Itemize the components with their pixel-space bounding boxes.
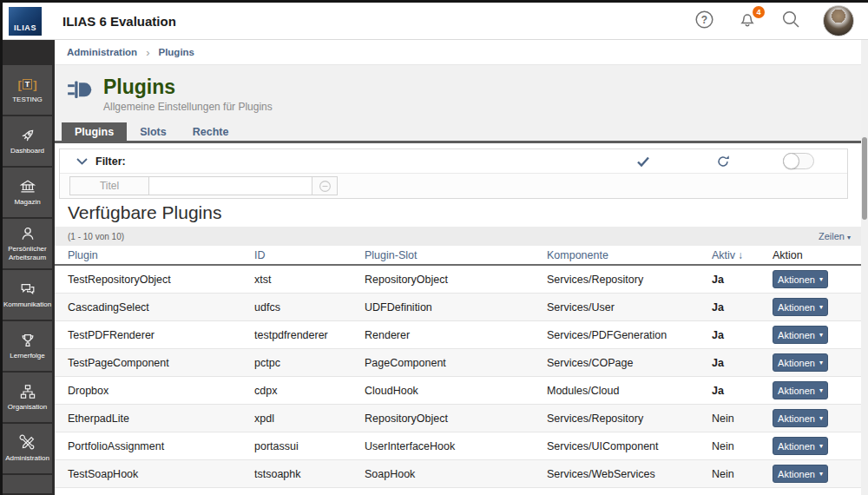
sidebar-item-administration[interactable]: Administration bbox=[3, 424, 52, 473]
cell-active: Nein bbox=[712, 440, 773, 452]
cell-plugin: EtherpadLite bbox=[68, 412, 254, 425]
sidebar-item-testing[interactable]: [T]TESTING bbox=[3, 65, 52, 115]
cell-id: pctpc bbox=[254, 357, 365, 369]
help-button[interactable]: ? bbox=[693, 10, 715, 32]
column-header-komponente[interactable]: Komponente bbox=[547, 249, 712, 261]
sidebar-item-kommunikation[interactable]: Kommunikation bbox=[3, 270, 52, 320]
column-label: Komponente bbox=[547, 249, 608, 261]
cell-component: Services/UIComponent bbox=[547, 440, 712, 452]
actions-dropdown-button[interactable]: Aktionen▾ bbox=[773, 326, 828, 344]
sidebar-filler-tile bbox=[3, 475, 52, 493]
page-title-block: Plugins Allgemeine Einstellungen für Plu… bbox=[103, 76, 273, 113]
actions-dropdown-button[interactable]: Aktionen▾ bbox=[773, 381, 828, 399]
sidebar-item-label: Kommunikation bbox=[3, 300, 52, 309]
table-row: TestSoapHooktstsoaphkSoapHookServices/We… bbox=[55, 460, 861, 488]
tab-slots[interactable]: Slots bbox=[127, 122, 180, 141]
caret-down-icon: ▾ bbox=[819, 415, 823, 422]
reset-filter-button[interactable] bbox=[712, 150, 734, 173]
sidebar-item-label: Persönlicher Arbeitsraum bbox=[3, 245, 52, 262]
user-avatar[interactable] bbox=[823, 5, 854, 36]
actions-dropdown-button[interactable]: Aktionen▾ bbox=[773, 270, 828, 288]
rows-dropdown[interactable]: Zeilen ▾ bbox=[819, 231, 851, 241]
actions-dropdown-button[interactable]: Aktionen▾ bbox=[773, 409, 828, 427]
ilias-logo[interactable]: ILIAS bbox=[9, 7, 42, 36]
column-header-plugin-slot[interactable]: Plugin-Slot bbox=[365, 249, 547, 261]
sidebar-item-label: TESTING bbox=[11, 96, 43, 104]
caret-down-icon: ▾ bbox=[847, 234, 851, 241]
cell-active: Ja bbox=[712, 385, 773, 397]
sidebar-item-lernerfolge[interactable]: Lernerfolge bbox=[3, 321, 52, 371]
page-header: Plugins Allgemeine Einstellungen für Plu… bbox=[55, 65, 861, 122]
toggle-knob bbox=[783, 153, 799, 169]
table-row: TestRepositoryObjectxtstRepositoryObject… bbox=[55, 266, 861, 294]
communication-bubbles-icon bbox=[19, 280, 36, 298]
cell-action: Aktionen▾ bbox=[773, 381, 851, 399]
caret-down-icon: ▾ bbox=[819, 276, 823, 283]
caret-down-icon: ▾ bbox=[819, 387, 823, 394]
remove-filter-field-button[interactable] bbox=[312, 176, 338, 195]
cell-component: Services/PDFGeneration bbox=[547, 329, 712, 341]
sidebar-item-organisation[interactable]: Organisation bbox=[3, 373, 52, 422]
sidebar-item-label: Magazin bbox=[13, 198, 41, 207]
cell-slot: CloudHook bbox=[365, 385, 547, 397]
cell-plugin: TestPageComponent bbox=[68, 357, 254, 369]
sidebar-item-magazin[interactable]: Magazin bbox=[3, 168, 52, 217]
actions-dropdown-button[interactable]: Aktionen▾ bbox=[773, 437, 828, 455]
window-top-border bbox=[0, 0, 868, 3]
notifications-button[interactable]: 4 bbox=[736, 10, 759, 32]
caret-down-icon: ▾ bbox=[819, 304, 823, 311]
column-label: Aktion bbox=[773, 249, 803, 261]
sidebar-item-arbeitsraum[interactable]: Persönlicher Arbeitsraum bbox=[3, 219, 52, 268]
help-icon: ? bbox=[694, 10, 714, 33]
search-button[interactable] bbox=[779, 10, 802, 32]
svg-text:?: ? bbox=[700, 13, 707, 25]
cell-plugin: TestPDFRenderer bbox=[68, 329, 254, 341]
actions-button-label: Aktionen bbox=[778, 441, 815, 452]
tab-plugins[interactable]: Plugins bbox=[62, 122, 127, 141]
title-filter-label: Titel bbox=[69, 176, 149, 195]
breadcrumb-administration[interactable]: Administration bbox=[67, 47, 137, 57]
breadcrumb-plugins[interactable]: Plugins bbox=[158, 47, 194, 57]
sidebar-item-label: Dashboard bbox=[10, 147, 45, 155]
sidebar-item-dashboard[interactable]: Dashboard bbox=[3, 116, 52, 166]
title-filter-input[interactable] bbox=[149, 176, 312, 195]
filter-toggle-switch[interactable] bbox=[783, 153, 814, 169]
cell-plugin: PortfolioAssignment bbox=[68, 440, 254, 452]
cell-active: Ja bbox=[712, 329, 773, 341]
column-header-id[interactable]: ID bbox=[254, 249, 365, 261]
cell-id: tstsoaphk bbox=[254, 468, 365, 480]
cell-slot: Renderer bbox=[365, 329, 547, 341]
column-header-plugin[interactable]: Plugin bbox=[68, 249, 254, 261]
table-header-row: PluginIDPlugin-SlotKomponenteAktiv↓Aktio… bbox=[55, 246, 861, 266]
table-row: PortfolioAssignmentportassuiUserInterfac… bbox=[55, 432, 861, 460]
actions-dropdown-button[interactable]: Aktionen▾ bbox=[773, 353, 828, 372]
cell-action: Aktionen▾ bbox=[773, 270, 851, 288]
result-range: (1 - 10 von 10) bbox=[68, 232, 124, 241]
sidebar-item-label: Lernerfolge bbox=[9, 352, 45, 360]
column-header-aktiv[interactable]: Aktiv↓ bbox=[712, 249, 773, 261]
caret-down-icon: ▾ bbox=[819, 332, 823, 339]
actions-dropdown-button[interactable]: Aktionen▾ bbox=[773, 298, 828, 316]
cell-action: Aktionen▾ bbox=[773, 298, 851, 316]
actions-dropdown-button[interactable]: Aktionen▾ bbox=[773, 465, 828, 483]
filter-label[interactable]: Filter: bbox=[95, 155, 126, 168]
chevron-down-icon[interactable] bbox=[76, 158, 88, 165]
tab-rechte[interactable]: Rechte bbox=[180, 122, 242, 141]
cell-slot: PageComponent bbox=[365, 357, 547, 369]
cell-action: Aktionen▾ bbox=[773, 353, 851, 372]
apply-filter-button[interactable] bbox=[632, 150, 654, 173]
cell-slot: UDFDefinition bbox=[365, 301, 547, 314]
cell-action: Aktionen▾ bbox=[773, 437, 851, 455]
actions-button-label: Aktionen bbox=[778, 358, 815, 368]
organisation-chart-icon bbox=[19, 383, 36, 400]
cell-id: udfcs bbox=[254, 301, 365, 314]
cell-component: Services/COPage bbox=[547, 357, 712, 369]
cell-component: Services/WebServices bbox=[547, 468, 712, 480]
caret-down-icon: ▾ bbox=[819, 471, 823, 478]
sidebar-item-label: Organisation bbox=[7, 403, 48, 412]
scrollbar-thumb[interactable] bbox=[862, 137, 867, 220]
vertical-scrollbar[interactable] bbox=[861, 40, 868, 495]
main-sidebar: [T]TESTINGDashboardMagazinPersönlicher A… bbox=[0, 40, 55, 495]
actions-button-label: Aktionen bbox=[778, 413, 815, 424]
tab-bar: PluginsSlotsRechte bbox=[55, 122, 861, 143]
